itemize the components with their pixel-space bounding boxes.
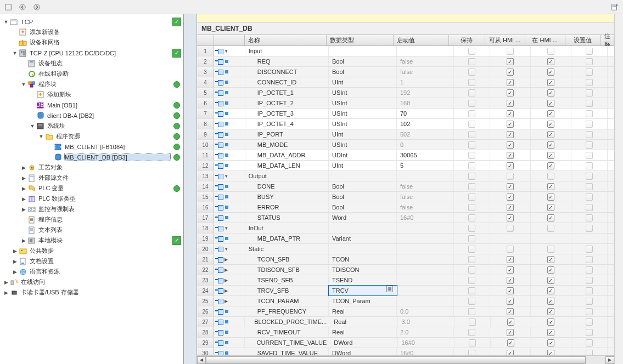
cell-start-value[interactable]: [397, 234, 454, 243]
checkbox[interactable]: [468, 246, 475, 253]
cell-comment[interactable]: [608, 56, 614, 66]
cell-name[interactable]: IP_OCTET_2: [245, 98, 329, 108]
cell-start-value[interactable]: 16#0: [397, 348, 454, 355]
checkbox[interactable]: [586, 141, 593, 149]
checkbox[interactable]: ✓: [547, 287, 554, 294]
checkbox[interactable]: ✓: [547, 350, 554, 356]
cell-type[interactable]: USInt: [329, 109, 397, 118]
cell-name[interactable]: ERROR: [245, 202, 329, 212]
table-row[interactable]: 8IP_OCTET_4USInt102✓✓: [197, 119, 614, 129]
cell-start-value[interactable]: false: [397, 192, 454, 202]
cell-name[interactable]: BLOCKED_PROC_TIME...: [245, 317, 330, 327]
cell-type[interactable]: Bool: [329, 181, 397, 191]
checkbox[interactable]: [468, 121, 475, 128]
cell-start-value[interactable]: [397, 265, 454, 275]
cell-name[interactable]: TCON_SFB: [245, 254, 329, 264]
col-name[interactable]: 名称: [245, 35, 327, 46]
checkbox[interactable]: ✓: [507, 162, 514, 169]
checkbox[interactable]: [468, 79, 475, 86]
tree-toggle-icon[interactable]: ▼: [38, 134, 44, 139]
cell-start-value[interactable]: 192: [397, 88, 454, 98]
table-row[interactable]: 5IP_OCTET_1USInt192✓✓: [197, 88, 614, 98]
cell-name[interactable]: MB_DATA_PTR: [245, 234, 329, 243]
checkbox[interactable]: ✓: [547, 162, 554, 169]
checkbox[interactable]: [468, 141, 475, 149]
checkbox[interactable]: ✓: [507, 100, 514, 107]
table-row[interactable]: 2REQBoolfalse✓✓: [197, 56, 614, 67]
checkbox[interactable]: [586, 48, 593, 55]
checkbox[interactable]: ✓: [507, 266, 514, 274]
cell-comment[interactable]: [608, 88, 614, 98]
table-row[interactable]: 12MB_DATA_LENUInt5✓✓: [197, 161, 614, 171]
checkbox[interactable]: ✓: [507, 141, 514, 149]
cell-name[interactable]: STATUS: [245, 213, 329, 223]
checkbox[interactable]: [586, 256, 593, 263]
checkbox[interactable]: [547, 246, 554, 253]
table-row[interactable]: 17STATUSWord16#0✓✓: [197, 213, 614, 223]
checkbox[interactable]: ✓: [547, 131, 554, 138]
checkbox[interactable]: [586, 162, 593, 169]
cell-start-value[interactable]: 3.0: [398, 317, 454, 327]
tree-item[interactable]: ▼TCP-Z [CPU 1212C DC/DC/DC]: [0, 48, 183, 58]
checkbox[interactable]: ✓: [507, 350, 514, 356]
cell-name[interactable]: DISCONNECT: [245, 67, 329, 77]
cell-name[interactable]: IP_OCTET_3: [245, 109, 329, 118]
h-scrollbar[interactable]: ◀ ▶: [197, 355, 614, 364]
cell-comment[interactable]: [608, 275, 614, 285]
checkbox[interactable]: [586, 308, 593, 315]
cell-type[interactable]: Bool: [329, 202, 397, 212]
cell-comment[interactable]: [608, 150, 614, 160]
tree-toggle-icon[interactable]: ▼: [12, 50, 18, 56]
tree-item[interactable]: ▶本地模块: [0, 235, 183, 246]
table-row[interactable]: 15BUSYBoolfalse✓✓: [197, 192, 614, 202]
cell-type[interactable]: [329, 46, 397, 56]
checkbox[interactable]: [469, 318, 476, 326]
cell-type[interactable]: Real: [329, 306, 397, 316]
checkbox[interactable]: ✓: [547, 318, 554, 326]
tree-toggle-icon[interactable]: ▼: [3, 19, 9, 25]
cell-comment[interactable]: [608, 129, 614, 139]
forward-button[interactable]: [31, 2, 43, 13]
cell-name[interactable]: MB_DATA_LEN: [245, 161, 329, 170]
tree-item[interactable]: ▼系统块: [0, 121, 183, 131]
table-row[interactable]: 30SAVED_TIME_VALUEDWord16#0✓✓: [197, 348, 614, 355]
checkbox[interactable]: [586, 287, 593, 294]
checkbox[interactable]: [468, 225, 475, 232]
cell-comment[interactable]: [608, 213, 614, 223]
cell-name[interactable]: CONNECT_ID: [245, 77, 329, 87]
checkbox[interactable]: ✓: [547, 308, 554, 315]
cell-comment[interactable]: [608, 161, 614, 170]
tree-toggle-icon[interactable]: ▶: [12, 248, 18, 254]
checkbox[interactable]: ✓: [507, 152, 514, 159]
checkbox[interactable]: ✓: [507, 183, 514, 190]
grid-body[interactable]: 1▼Input2REQBoolfalse✓✓3DISCONNECTBoolfal…: [197, 46, 614, 355]
checkbox[interactable]: ✓: [507, 204, 514, 211]
table-row[interactable]: 29CURRENT_TIME_VALUEDWord16#0✓✓: [197, 338, 614, 348]
cell-start-value[interactable]: 168: [397, 98, 454, 108]
col-start[interactable]: 启动值: [394, 35, 450, 46]
checkbox[interactable]: [507, 246, 514, 253]
checkbox[interactable]: [468, 162, 475, 169]
checkbox[interactable]: [586, 339, 593, 346]
checkbox[interactable]: [547, 48, 554, 55]
cell-name[interactable]: TRCV_SFB: [245, 286, 329, 295]
checkbox[interactable]: [468, 194, 475, 201]
cell-name[interactable]: Input: [245, 46, 329, 56]
checkbox[interactable]: [468, 183, 475, 190]
cell-name[interactable]: BUSY: [245, 192, 329, 202]
tree-toggle-icon[interactable]: ▶: [21, 175, 26, 181]
cell-start-value[interactable]: 30065: [397, 150, 454, 160]
cell-comment[interactable]: [608, 109, 614, 118]
checkbox[interactable]: [507, 48, 514, 55]
table-row[interactable]: 7IP_OCTET_3USInt70✓✓: [197, 109, 614, 119]
col-retain[interactable]: 保持: [449, 35, 485, 46]
expand-icon[interactable]: ▶: [224, 288, 228, 293]
checkbox[interactable]: ✓: [547, 152, 554, 159]
tree-item[interactable]: ▶监控与强制表: [0, 204, 183, 214]
tree-toggle-icon[interactable]: ▶: [21, 196, 26, 202]
cell-type[interactable]: [329, 223, 397, 233]
cell-start-value[interactable]: 70: [397, 109, 454, 118]
checkbox[interactable]: [586, 214, 593, 221]
cell-name[interactable]: TSEND_SFB: [245, 275, 329, 285]
project-tree[interactable]: ▼TCP✦添加新设备设备和网络▼TCP-Z [CPU 1212C DC/DC/D…: [0, 14, 184, 364]
